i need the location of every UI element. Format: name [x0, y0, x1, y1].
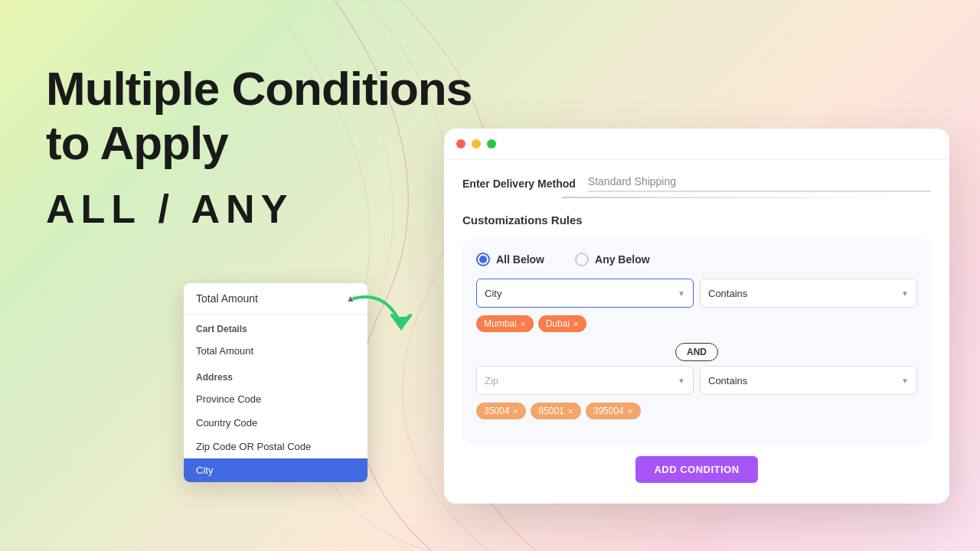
tag-35004[interactable]: 35004 ✕: [476, 403, 526, 419]
tag-395004[interactable]: 395004 ✕: [586, 403, 641, 419]
tag-395004-label: 395004: [593, 406, 624, 416]
condition2-field-select[interactable]: Zip ▼: [476, 366, 694, 395]
condition2-field-value: Zip: [485, 375, 498, 386]
dropdown-item-zip-code[interactable]: Zip Code OR Postal Code: [184, 435, 368, 458]
green-arrow: [346, 283, 423, 344]
customization-title: Customizations Rules: [462, 214, 931, 227]
condition1-row: City ▼ Contains ▼: [476, 279, 917, 308]
window-titlebar: [444, 129, 949, 160]
dropdown-item-total-amount[interactable]: Total Amount: [184, 339, 368, 363]
condition2-operator-select[interactable]: Contains ▼: [700, 366, 917, 395]
dropdown-item-city[interactable]: City: [184, 458, 368, 482]
condition2-operator-arrow: ▼: [901, 377, 909, 385]
delivery-method-row: Enter Delivery Method Standard Shipping: [462, 175, 931, 192]
dropdown-item-country-code[interactable]: Country Code: [184, 411, 368, 435]
condition2-field-arrow: ▼: [678, 377, 685, 385]
delivery-method-label: Enter Delivery Method: [462, 178, 576, 190]
radio-any-below[interactable]: Any Below: [575, 253, 650, 266]
tag-dubai-close[interactable]: ✕: [573, 320, 579, 328]
tag-mumbai-label: Mumbai: [484, 318, 517, 329]
dropdown-header[interactable]: Total Amount ▲: [184, 283, 368, 315]
hero-line2: to Apply: [46, 116, 228, 169]
delivery-underline: [562, 197, 890, 198]
tag-85001[interactable]: 85001 ✕: [531, 403, 580, 419]
add-condition-button[interactable]: ADD CONDITION: [635, 456, 757, 483]
radio-all-below-circle: [476, 253, 490, 266]
condition1-tags-row: Mumbai ✕ Dubai ✕: [476, 315, 917, 332]
radio-any-below-circle: [575, 253, 589, 266]
tag-mumbai-close[interactable]: ✕: [520, 320, 526, 328]
delivery-method-value: Standard Shipping: [588, 175, 931, 192]
tag-85001-close[interactable]: ✕: [567, 407, 573, 416]
and-badge-wrapper: AND: [476, 343, 917, 361]
dropdown-selected-value: Total Amount: [196, 292, 258, 305]
radio-all-below-dot: [479, 256, 487, 263]
dropdown-group-cart: Cart Details: [184, 315, 368, 339]
condition2-tags-row: 35004 ✕ 85001 ✕ 395004 ✕: [476, 403, 917, 419]
tag-35004-label: 35004: [484, 406, 509, 416]
hero-subtitle: ALL / ANY: [46, 186, 472, 232]
condition2-row: Zip ▼ Contains ▼: [476, 366, 917, 395]
condition1-operator-value: Contains: [708, 288, 747, 299]
radio-all-below-label: All Below: [496, 253, 544, 266]
window-content: Enter Delivery Method Standard Shipping …: [444, 160, 949, 498]
condition1-field-select[interactable]: City ▼: [476, 279, 694, 308]
radio-options-row: All Below Any Below: [476, 253, 917, 266]
condition1-operator-select[interactable]: Contains ▼: [700, 279, 917, 308]
add-condition-wrapper: ADD CONDITION: [462, 456, 931, 483]
tag-35004-close[interactable]: ✕: [512, 407, 518, 416]
condition1-operator-arrow: ▼: [901, 289, 909, 298]
traffic-light-yellow[interactable]: [472, 139, 481, 148]
hero-line1: Multiple Conditions: [46, 62, 472, 115]
and-badge: AND: [675, 343, 718, 361]
traffic-light-red[interactable]: [456, 139, 466, 148]
svg-marker-0: [392, 317, 410, 331]
app-window: Enter Delivery Method Standard Shipping …: [444, 129, 949, 504]
tag-395004-close[interactable]: ✕: [627, 407, 633, 416]
radio-any-below-label: Any Below: [595, 253, 650, 266]
tag-dubai-label: Dubai: [546, 318, 570, 329]
condition1-field-value: City: [485, 288, 501, 299]
hero-section: Multiple Conditions to Apply ALL / ANY: [46, 61, 472, 232]
tag-dubai[interactable]: Dubai ✕: [538, 315, 586, 332]
radio-all-below[interactable]: All Below: [476, 253, 544, 266]
dropdown-item-province-code[interactable]: Province Code: [184, 387, 368, 411]
hero-title: Multiple Conditions to Apply: [46, 61, 472, 171]
condition2-operator-value: Contains: [708, 375, 747, 386]
tag-mumbai[interactable]: Mumbai ✕: [476, 315, 534, 332]
rules-container: All Below Any Below City ▼ Contains ▼: [462, 239, 931, 444]
condition1-field-arrow: ▼: [678, 289, 685, 298]
traffic-light-green[interactable]: [487, 139, 496, 148]
tag-85001-label: 85001: [538, 406, 564, 416]
field-dropdown[interactable]: Total Amount ▲ Cart Details Total Amount…: [184, 283, 368, 482]
dropdown-group-address: Address: [184, 363, 368, 387]
